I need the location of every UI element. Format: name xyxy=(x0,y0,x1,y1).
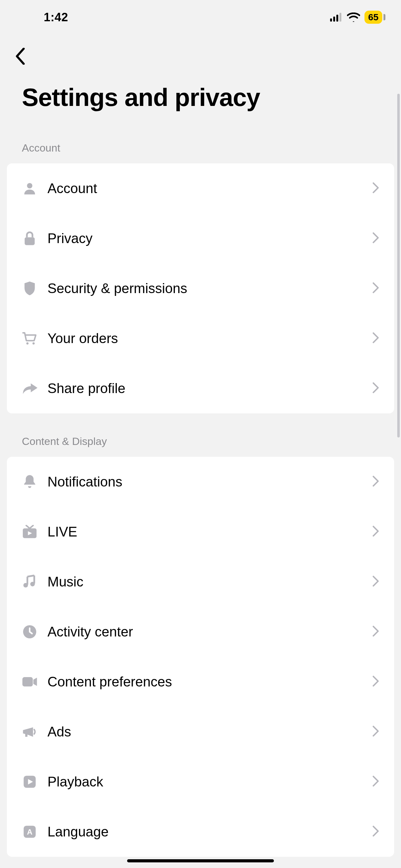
section-card-content-display: Notifications LIVE Music xyxy=(7,457,394,857)
chevron-left-icon xyxy=(15,48,26,65)
shield-icon xyxy=(22,280,37,297)
chevron-right-icon xyxy=(372,625,379,638)
row-content-preferences[interactable]: Content preferences xyxy=(7,657,394,707)
row-activity-center[interactable]: Activity center xyxy=(7,607,394,657)
chevron-right-icon xyxy=(372,826,379,838)
svg-marker-14 xyxy=(33,678,37,686)
cellular-signal-icon xyxy=(330,13,343,22)
row-label: Language xyxy=(47,824,362,840)
chevron-right-icon xyxy=(372,676,379,688)
language-icon: A xyxy=(22,825,37,838)
row-share-profile[interactable]: Share profile xyxy=(7,363,394,413)
music-icon xyxy=(22,574,37,589)
page-title: Settings and privacy xyxy=(0,66,401,120)
row-privacy[interactable]: Privacy xyxy=(7,213,394,264)
row-label: Activity center xyxy=(47,624,362,640)
chevron-right-icon xyxy=(372,776,379,788)
battery-indicator: 65 xyxy=(364,11,386,24)
chevron-right-icon xyxy=(372,332,379,345)
svg-rect-5 xyxy=(25,237,35,245)
row-label: Notifications xyxy=(47,474,362,490)
row-live[interactable]: LIVE xyxy=(7,507,394,557)
svg-point-6 xyxy=(26,342,28,345)
section-header-content-display: Content & Display xyxy=(0,413,401,457)
svg-rect-2 xyxy=(336,15,338,22)
svg-point-10 xyxy=(24,583,28,588)
chevron-right-icon xyxy=(372,725,379,738)
wifi-icon xyxy=(347,12,360,22)
svg-point-4 xyxy=(27,183,32,188)
video-icon xyxy=(22,676,37,688)
row-label: Music xyxy=(47,574,362,590)
home-indicator[interactable] xyxy=(127,859,274,862)
back-button[interactable] xyxy=(15,47,34,66)
megaphone-icon xyxy=(22,725,37,739)
tv-icon xyxy=(22,525,37,539)
row-label: Share profile xyxy=(47,380,362,396)
row-label: Your orders xyxy=(47,331,362,346)
row-account[interactable]: Account xyxy=(7,163,394,213)
row-your-orders[interactable]: Your orders xyxy=(7,313,394,363)
svg-point-11 xyxy=(30,582,35,587)
row-language[interactable]: A Language xyxy=(7,807,394,857)
row-label: Account xyxy=(47,181,362,196)
cart-icon xyxy=(22,331,37,346)
battery-percent: 65 xyxy=(368,12,378,23)
lock-icon xyxy=(22,230,37,246)
svg-point-7 xyxy=(32,342,35,345)
row-label: Ads xyxy=(47,724,362,740)
svg-rect-3 xyxy=(339,13,341,22)
row-playback[interactable]: Playback xyxy=(7,757,394,807)
play-square-icon xyxy=(22,775,37,788)
row-label: Content preferences xyxy=(47,674,362,690)
section-card-account: Account Privacy Security & permissions xyxy=(7,163,394,413)
scroll-indicator xyxy=(397,94,400,437)
user-icon xyxy=(22,181,37,195)
row-label: Security & permissions xyxy=(47,281,362,296)
bell-icon xyxy=(22,474,37,490)
row-label: Playback xyxy=(47,774,362,789)
svg-rect-0 xyxy=(330,19,332,22)
clock-icon xyxy=(22,625,37,639)
row-music[interactable]: Music xyxy=(7,557,394,607)
status-time: 1:42 xyxy=(44,11,68,24)
chevron-right-icon xyxy=(372,182,379,195)
chevron-right-icon xyxy=(372,526,379,538)
svg-rect-1 xyxy=(333,17,335,22)
svg-rect-13 xyxy=(23,677,33,686)
share-icon xyxy=(22,381,37,395)
chevron-right-icon xyxy=(372,576,379,588)
row-security-permissions[interactable]: Security & permissions xyxy=(7,264,394,313)
chevron-right-icon xyxy=(372,382,379,395)
row-ads[interactable]: Ads xyxy=(7,707,394,757)
chevron-right-icon xyxy=(372,232,379,245)
row-label: Privacy xyxy=(47,230,362,246)
chevron-right-icon xyxy=(372,282,379,294)
status-bar: 1:42 65 xyxy=(0,0,401,34)
chevron-right-icon xyxy=(372,475,379,488)
status-right-cluster: 65 xyxy=(330,11,386,24)
svg-text:A: A xyxy=(27,828,32,836)
row-notifications[interactable]: Notifications xyxy=(7,457,394,507)
row-label: LIVE xyxy=(47,524,362,539)
section-header-account: Account xyxy=(0,120,401,163)
